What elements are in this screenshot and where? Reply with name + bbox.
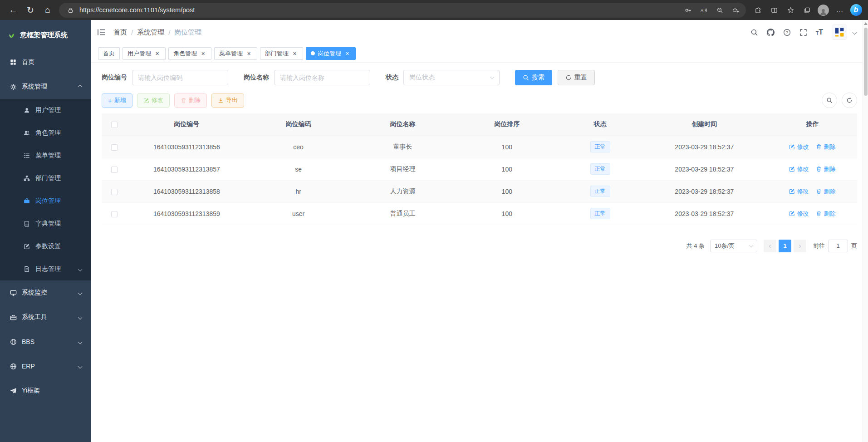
goto-page-input[interactable] xyxy=(828,240,848,252)
scrollbar-thumb[interactable] xyxy=(864,28,868,96)
site-info-lock-icon[interactable] xyxy=(65,3,75,17)
bing-copilot-icon[interactable]: b xyxy=(848,3,863,17)
header-actions: ? TT xyxy=(750,25,856,40)
tab-user-mgmt[interactable]: 用户管理 × xyxy=(123,47,166,60)
breadcrumb-home[interactable]: 首页 xyxy=(113,28,127,37)
close-icon[interactable]: × xyxy=(245,50,252,57)
row-checkbox[interactable] xyxy=(111,144,118,151)
zoom-out-icon[interactable] xyxy=(712,3,727,17)
sidebar-item-dept-mgmt[interactable]: 部门管理 xyxy=(0,167,91,190)
chevron-down-icon xyxy=(78,364,83,368)
sidebar-item-monitor[interactable]: 系统监控 xyxy=(0,280,91,305)
toggle-search-button[interactable] xyxy=(822,93,837,108)
person-icon xyxy=(23,106,31,114)
browser-address-bar[interactable]: https://ccnetcore.com:1101/system/post A xyxy=(59,3,746,18)
status-badge: 正常 xyxy=(590,163,610,175)
edit-icon xyxy=(23,242,31,250)
sidebar-item-system[interactable]: 系统管理 xyxy=(0,74,91,99)
search-button[interactable]: 搜索 xyxy=(515,70,552,85)
current-page-button[interactable]: 1 xyxy=(779,240,791,252)
sidebar-item-erp[interactable]: ERP xyxy=(0,354,91,378)
post-name-input[interactable] xyxy=(274,70,370,85)
browser-settings-menu-icon[interactable]: … xyxy=(832,3,847,17)
table-toolbar: + 新增 修改 删除 导出 xyxy=(102,93,857,108)
row-checkbox[interactable] xyxy=(111,167,118,173)
breadcrumb-system[interactable]: 系统管理 xyxy=(137,28,164,37)
sidebar-item-label: 系统监控 xyxy=(22,289,47,297)
cell-created: 2023-03-29 18:52:37 xyxy=(641,180,768,202)
sidebar-item-param-settings[interactable]: 参数设置 xyxy=(0,235,91,258)
refresh-table-button[interactable] xyxy=(842,93,857,108)
extensions-icon[interactable] xyxy=(750,3,765,17)
read-aloud-icon[interactable]: A xyxy=(696,3,711,17)
page-size-select[interactable]: 10条/页 xyxy=(710,240,757,252)
close-icon[interactable]: × xyxy=(154,50,161,57)
tab-menu-mgmt[interactable]: 菜单管理 × xyxy=(214,47,257,60)
sidebar-item-yi-framework[interactable]: Yi框架 xyxy=(0,378,91,403)
row-delete-link[interactable]: 删除 xyxy=(816,187,835,196)
row-edit-link[interactable]: 修改 xyxy=(789,187,809,196)
tab-home[interactable]: 首页 xyxy=(98,47,120,60)
edit-button[interactable]: 修改 xyxy=(137,93,170,108)
sidebar-item-log-mgmt[interactable]: 日志管理 xyxy=(0,258,91,280)
post-code-input[interactable] xyxy=(132,70,228,85)
close-icon[interactable]: × xyxy=(291,50,298,57)
row-edit-link[interactable]: 修改 xyxy=(789,143,809,151)
app-logo[interactable]: 意框架管理系统 xyxy=(0,20,91,50)
next-page-button[interactable]: › xyxy=(794,240,806,252)
row-delete-link[interactable]: 删除 xyxy=(816,210,835,218)
page-scrollbar[interactable] xyxy=(863,20,868,442)
browser-profile-avatar[interactable] xyxy=(816,3,831,17)
sidebar-collapse-icon[interactable] xyxy=(97,28,106,36)
row-delete-link[interactable]: 删除 xyxy=(816,143,835,151)
avatar-caret-icon[interactable] xyxy=(853,30,857,34)
close-icon[interactable]: × xyxy=(344,50,351,57)
close-icon[interactable]: × xyxy=(200,50,206,57)
cell-post-id: 1641030593112313856 xyxy=(127,136,246,158)
sidebar-item-home[interactable]: 首页 xyxy=(0,50,91,74)
browser-home-button[interactable]: ⌂ xyxy=(39,2,56,18)
sidebar-item-post-mgmt[interactable]: 岗位管理 xyxy=(0,190,91,212)
sidebar-item-menu-mgmt[interactable]: 菜单管理 xyxy=(0,144,91,167)
favorites-icon[interactable] xyxy=(783,3,798,17)
row-checkbox[interactable] xyxy=(111,189,118,195)
toolbox-icon xyxy=(9,313,17,321)
book-icon xyxy=(23,220,31,228)
github-icon[interactable] xyxy=(767,29,775,36)
sidebar-item-tools[interactable]: 系统工具 xyxy=(0,305,91,329)
scrollbar-up-arrow[interactable] xyxy=(864,22,868,25)
row-checkbox[interactable] xyxy=(111,211,118,217)
sidebar-item-role-mgmt[interactable]: 角色管理 xyxy=(0,122,91,144)
row-delete-label: 删除 xyxy=(824,187,835,196)
tab-dept-mgmt[interactable]: 部门管理 × xyxy=(260,47,303,60)
select-all-checkbox[interactable] xyxy=(111,122,118,128)
export-button[interactable]: 导出 xyxy=(211,93,244,108)
user-avatar[interactable] xyxy=(832,25,847,40)
row-edit-link[interactable]: 修改 xyxy=(789,210,809,218)
tab-role-mgmt[interactable]: 角色管理 × xyxy=(168,47,211,60)
reset-button[interactable]: 重置 xyxy=(558,70,595,85)
split-screen-icon[interactable] xyxy=(767,3,782,17)
add-favorite-star-icon[interactable] xyxy=(728,3,743,17)
prev-page-button[interactable]: ‹ xyxy=(764,240,776,252)
sidebar-item-user-mgmt[interactable]: 用户管理 xyxy=(0,99,91,122)
status-select[interactable]: 岗位状态 xyxy=(403,70,500,85)
delete-button[interactable]: 删除 xyxy=(174,93,207,108)
sidebar-item-label: 首页 xyxy=(22,58,34,66)
fullscreen-icon[interactable] xyxy=(799,29,807,36)
font-size-icon[interactable]: TT xyxy=(816,29,823,36)
add-button[interactable]: + 新增 xyxy=(102,93,132,108)
row-edit-label: 修改 xyxy=(797,143,809,151)
sidebar-item-label: 系统管理 xyxy=(22,83,47,91)
browser-refresh-button[interactable]: ↻ xyxy=(22,2,39,18)
sidebar-item-dict-mgmt[interactable]: 字典管理 xyxy=(0,212,91,235)
tab-post-mgmt[interactable]: 岗位管理 × xyxy=(306,47,356,60)
sidebar-item-bbs[interactable]: BBS xyxy=(0,329,91,354)
browser-back-button[interactable]: ← xyxy=(5,2,22,18)
collections-icon[interactable] xyxy=(799,3,814,17)
cell-created: 2023-03-29 18:52:37 xyxy=(641,136,768,158)
password-key-icon[interactable] xyxy=(681,3,696,17)
row-edit-link[interactable]: 修改 xyxy=(789,165,809,173)
help-icon[interactable]: ? xyxy=(783,29,791,36)
header-search-icon[interactable] xyxy=(750,29,758,36)
